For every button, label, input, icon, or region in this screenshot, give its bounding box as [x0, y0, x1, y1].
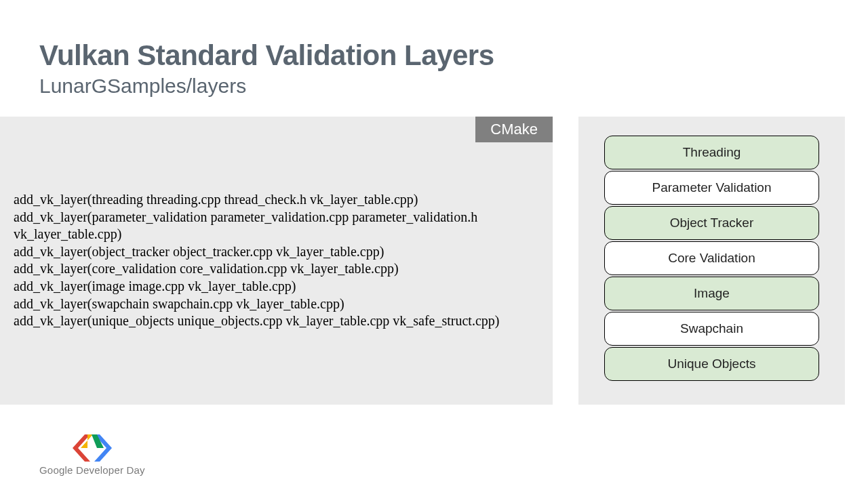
layer-label: Image [694, 286, 730, 301]
layer-label: Unique Objects [668, 357, 756, 371]
code-line: add_vk_layer(parameter_validation parame… [14, 209, 539, 226]
layer-threading: Threading [604, 136, 819, 169]
slide-subtitle: LunarGSamples/layers [39, 75, 868, 98]
layer-label: Swapchain [680, 321, 743, 336]
code-line: add_vk_layer(unique_objects unique_objec… [14, 312, 539, 330]
footer-brand: Google [39, 464, 73, 476]
layer-core-validation: Core Validation [604, 241, 819, 275]
footer-logo: Google Developer Day [39, 434, 145, 476]
code-block: add_vk_layer(threading threading.cpp thr… [14, 191, 539, 330]
layer-label: Parameter Validation [652, 180, 771, 195]
slide: Vulkan Standard Validation Layers LunarG… [0, 0, 868, 488]
footer-event2: Day [127, 464, 145, 476]
code-line: add_vk_layer(swapchain swapchain.cpp vk_… [14, 296, 539, 313]
layer-object-tracker: Object Tracker [604, 206, 819, 240]
code-line: add_vk_layer(object_tracker object_track… [14, 243, 539, 261]
layer-label: Core Validation [668, 251, 755, 266]
code-line: add_vk_layer(core_validation core_valida… [14, 260, 539, 278]
code-panel: CMake add_vk_layer(threading threading.c… [0, 117, 553, 405]
layer-parameter-validation: Parameter Validation [604, 171, 819, 205]
code-line: add_vk_layer(threading threading.cpp thr… [14, 191, 539, 209]
slide-title: Vulkan Standard Validation Layers [39, 39, 868, 72]
chevrons-icon [73, 434, 112, 462]
content-row: CMake add_vk_layer(threading threading.c… [0, 117, 845, 405]
language-badge: CMake [475, 117, 553, 142]
slide-header: Vulkan Standard Validation Layers LunarG… [0, 0, 868, 98]
layers-panel: Threading Parameter Validation Object Tr… [578, 117, 845, 405]
code-line: vk_layer_table.cpp) [14, 226, 539, 243]
footer-text: Google Developer Day [39, 464, 145, 476]
footer-event1: Developer [76, 464, 123, 476]
code-line: add_vk_layer(image image.cpp vk_layer_ta… [14, 278, 539, 296]
layer-label: Object Tracker [670, 216, 754, 230]
layer-label: Threading [683, 145, 741, 160]
layer-unique-objects: Unique Objects [604, 347, 819, 381]
layer-swapchain: Swapchain [604, 312, 819, 346]
layer-image: Image [604, 277, 819, 310]
